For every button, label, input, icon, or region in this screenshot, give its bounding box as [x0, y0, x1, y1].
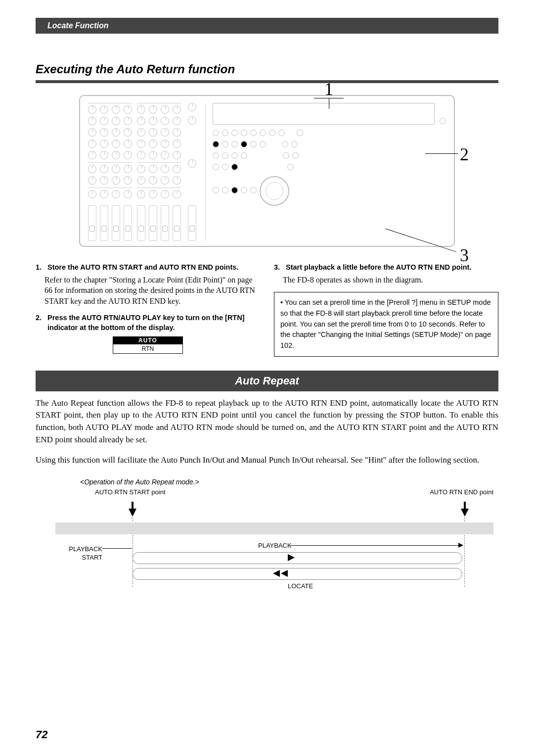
section-underline: [36, 80, 498, 83]
chapter-header: Locate Function: [36, 18, 498, 34]
step-3-title: Start playback a little before the AUTO …: [286, 263, 471, 273]
down-arrow-icon: [129, 509, 136, 517]
step-3-number: 3.: [274, 263, 283, 273]
left-column: 1. Store the AUTO RTN START and AUTO RTN…: [36, 263, 260, 357]
diag-playback: PLAYBACK: [258, 541, 292, 550]
step-1-body: Refer to the chapter "Storing a Locate P…: [44, 275, 260, 307]
jog-dial-icon: [260, 176, 289, 206]
rewind-icon: [273, 570, 280, 577]
diag-start-label: AUTO RTN START point: [95, 488, 166, 497]
diag-locate: LOCATE: [288, 582, 313, 591]
note-box: • You can set a preroll time in the [Pre…: [274, 292, 498, 357]
step-1-title: Store the AUTO RTN START and AUTO RTN EN…: [47, 263, 238, 273]
rtn-indicator-top: AUTO: [113, 337, 182, 344]
auto-repeat-diagram: AUTO RTN START point AUTO RTN END point …: [55, 488, 493, 592]
rtn-indicator-bottom: RTN: [113, 344, 182, 353]
console-illustration: 1 2 3: [79, 95, 455, 247]
diag-playback-start: PLAYBACK START: [55, 545, 102, 562]
auto-repeat-title: Auto Repeat: [36, 371, 498, 391]
playback-bar: [133, 552, 462, 564]
diag-end-label: AUTO RTN END point: [430, 488, 493, 497]
page-number: 72: [36, 727, 47, 742]
play-icon: [288, 554, 295, 561]
callout-2: 2: [460, 142, 469, 167]
callout-3: 3: [460, 243, 469, 268]
diagram-caption: <Operation of the Auto Repeat mode.>: [80, 477, 498, 487]
down-arrow-icon: [461, 509, 469, 517]
section-title: Executing the Auto Return function: [36, 61, 498, 77]
step-2-title: Press the AUTO RTN/AUTO PLAY key to turn…: [47, 313, 260, 332]
step-3-body: The FD-8 operates as shown in the diagra…: [283, 275, 498, 285]
auto-repeat-paragraph-2: Using this function will facilitate the …: [36, 454, 498, 467]
step-1-number: 1.: [36, 263, 44, 273]
auto-repeat-paragraph: The Auto Repeat function allows the FD-8…: [36, 397, 498, 446]
rtn-indicator-graphic: AUTO RTN: [113, 336, 183, 354]
locate-bar: [133, 568, 462, 580]
right-column: 3. Start playback a little before the AU…: [274, 263, 498, 357]
step-2-number: 2.: [36, 313, 44, 332]
